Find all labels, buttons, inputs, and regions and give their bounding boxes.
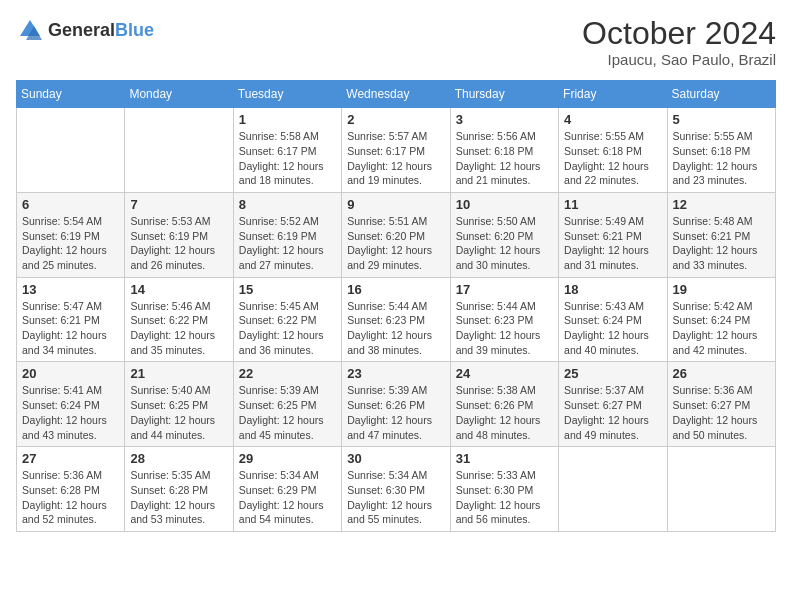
calendar-day-cell: 26Sunrise: 5:36 AM Sunset: 6:27 PM Dayli… [667, 362, 775, 447]
day-number: 27 [22, 451, 119, 466]
day-number: 8 [239, 197, 336, 212]
day-number: 16 [347, 282, 444, 297]
day-number: 22 [239, 366, 336, 381]
month-title: October 2024 [582, 16, 776, 51]
header: GeneralBlue October 2024 Ipaucu, Sao Pau… [16, 16, 776, 68]
calendar-day-cell: 11Sunrise: 5:49 AM Sunset: 6:21 PM Dayli… [559, 192, 667, 277]
day-number: 10 [456, 197, 553, 212]
calendar-week-row: 6Sunrise: 5:54 AM Sunset: 6:19 PM Daylig… [17, 192, 776, 277]
title-area: October 2024 Ipaucu, Sao Paulo, Brazil [582, 16, 776, 68]
day-number: 19 [673, 282, 770, 297]
calendar-day-cell: 6Sunrise: 5:54 AM Sunset: 6:19 PM Daylig… [17, 192, 125, 277]
day-number: 13 [22, 282, 119, 297]
day-info: Sunrise: 5:45 AM Sunset: 6:22 PM Dayligh… [239, 299, 336, 358]
day-info: Sunrise: 5:44 AM Sunset: 6:23 PM Dayligh… [456, 299, 553, 358]
day-info: Sunrise: 5:33 AM Sunset: 6:30 PM Dayligh… [456, 468, 553, 527]
day-number: 11 [564, 197, 661, 212]
day-info: Sunrise: 5:51 AM Sunset: 6:20 PM Dayligh… [347, 214, 444, 273]
calendar-day-cell: 28Sunrise: 5:35 AM Sunset: 6:28 PM Dayli… [125, 447, 233, 532]
day-info: Sunrise: 5:42 AM Sunset: 6:24 PM Dayligh… [673, 299, 770, 358]
calendar-day-cell: 9Sunrise: 5:51 AM Sunset: 6:20 PM Daylig… [342, 192, 450, 277]
calendar-day-cell: 17Sunrise: 5:44 AM Sunset: 6:23 PM Dayli… [450, 277, 558, 362]
calendar-day-cell: 27Sunrise: 5:36 AM Sunset: 6:28 PM Dayli… [17, 447, 125, 532]
day-info: Sunrise: 5:50 AM Sunset: 6:20 PM Dayligh… [456, 214, 553, 273]
day-info: Sunrise: 5:35 AM Sunset: 6:28 PM Dayligh… [130, 468, 227, 527]
calendar-day-cell: 1Sunrise: 5:58 AM Sunset: 6:17 PM Daylig… [233, 108, 341, 193]
day-info: Sunrise: 5:53 AM Sunset: 6:19 PM Dayligh… [130, 214, 227, 273]
day-number: 20 [22, 366, 119, 381]
calendar-day-cell: 4Sunrise: 5:55 AM Sunset: 6:18 PM Daylig… [559, 108, 667, 193]
day-info: Sunrise: 5:52 AM Sunset: 6:19 PM Dayligh… [239, 214, 336, 273]
calendar-body: 1Sunrise: 5:58 AM Sunset: 6:17 PM Daylig… [17, 108, 776, 532]
weekday-header-cell: Tuesday [233, 81, 341, 108]
calendar-day-cell: 2Sunrise: 5:57 AM Sunset: 6:17 PM Daylig… [342, 108, 450, 193]
day-info: Sunrise: 5:56 AM Sunset: 6:18 PM Dayligh… [456, 129, 553, 188]
day-info: Sunrise: 5:44 AM Sunset: 6:23 PM Dayligh… [347, 299, 444, 358]
day-number: 31 [456, 451, 553, 466]
day-number: 9 [347, 197, 444, 212]
day-number: 4 [564, 112, 661, 127]
day-info: Sunrise: 5:55 AM Sunset: 6:18 PM Dayligh… [673, 129, 770, 188]
calendar-day-cell: 16Sunrise: 5:44 AM Sunset: 6:23 PM Dayli… [342, 277, 450, 362]
calendar-week-row: 13Sunrise: 5:47 AM Sunset: 6:21 PM Dayli… [17, 277, 776, 362]
day-number: 29 [239, 451, 336, 466]
day-info: Sunrise: 5:46 AM Sunset: 6:22 PM Dayligh… [130, 299, 227, 358]
calendar-day-cell: 20Sunrise: 5:41 AM Sunset: 6:24 PM Dayli… [17, 362, 125, 447]
day-info: Sunrise: 5:49 AM Sunset: 6:21 PM Dayligh… [564, 214, 661, 273]
day-number: 3 [456, 112, 553, 127]
calendar-day-cell: 19Sunrise: 5:42 AM Sunset: 6:24 PM Dayli… [667, 277, 775, 362]
day-info: Sunrise: 5:57 AM Sunset: 6:17 PM Dayligh… [347, 129, 444, 188]
weekday-header-cell: Saturday [667, 81, 775, 108]
calendar-day-cell: 18Sunrise: 5:43 AM Sunset: 6:24 PM Dayli… [559, 277, 667, 362]
day-info: Sunrise: 5:58 AM Sunset: 6:17 PM Dayligh… [239, 129, 336, 188]
calendar: SundayMondayTuesdayWednesdayThursdayFrid… [16, 80, 776, 532]
calendar-day-cell [125, 108, 233, 193]
calendar-day-cell: 7Sunrise: 5:53 AM Sunset: 6:19 PM Daylig… [125, 192, 233, 277]
day-number: 15 [239, 282, 336, 297]
calendar-day-cell: 10Sunrise: 5:50 AM Sunset: 6:20 PM Dayli… [450, 192, 558, 277]
day-number: 24 [456, 366, 553, 381]
day-info: Sunrise: 5:38 AM Sunset: 6:26 PM Dayligh… [456, 383, 553, 442]
calendar-day-cell [17, 108, 125, 193]
day-info: Sunrise: 5:34 AM Sunset: 6:30 PM Dayligh… [347, 468, 444, 527]
day-info: Sunrise: 5:34 AM Sunset: 6:29 PM Dayligh… [239, 468, 336, 527]
day-number: 18 [564, 282, 661, 297]
day-number: 23 [347, 366, 444, 381]
day-info: Sunrise: 5:39 AM Sunset: 6:25 PM Dayligh… [239, 383, 336, 442]
calendar-day-cell: 13Sunrise: 5:47 AM Sunset: 6:21 PM Dayli… [17, 277, 125, 362]
calendar-day-cell: 14Sunrise: 5:46 AM Sunset: 6:22 PM Dayli… [125, 277, 233, 362]
calendar-week-row: 27Sunrise: 5:36 AM Sunset: 6:28 PM Dayli… [17, 447, 776, 532]
day-number: 6 [22, 197, 119, 212]
day-number: 1 [239, 112, 336, 127]
day-number: 30 [347, 451, 444, 466]
calendar-day-cell [667, 447, 775, 532]
weekday-header-cell: Friday [559, 81, 667, 108]
day-number: 21 [130, 366, 227, 381]
calendar-day-cell: 3Sunrise: 5:56 AM Sunset: 6:18 PM Daylig… [450, 108, 558, 193]
day-number: 17 [456, 282, 553, 297]
calendar-day-cell: 8Sunrise: 5:52 AM Sunset: 6:19 PM Daylig… [233, 192, 341, 277]
day-info: Sunrise: 5:55 AM Sunset: 6:18 PM Dayligh… [564, 129, 661, 188]
logo-text-general: General [48, 20, 115, 40]
day-info: Sunrise: 5:40 AM Sunset: 6:25 PM Dayligh… [130, 383, 227, 442]
weekday-header-cell: Wednesday [342, 81, 450, 108]
calendar-day-cell: 30Sunrise: 5:34 AM Sunset: 6:30 PM Dayli… [342, 447, 450, 532]
day-number: 14 [130, 282, 227, 297]
day-info: Sunrise: 5:43 AM Sunset: 6:24 PM Dayligh… [564, 299, 661, 358]
day-number: 5 [673, 112, 770, 127]
day-number: 2 [347, 112, 444, 127]
logo-icon [16, 16, 44, 44]
weekday-header-cell: Thursday [450, 81, 558, 108]
day-number: 7 [130, 197, 227, 212]
day-info: Sunrise: 5:54 AM Sunset: 6:19 PM Dayligh… [22, 214, 119, 273]
calendar-day-cell [559, 447, 667, 532]
day-info: Sunrise: 5:36 AM Sunset: 6:28 PM Dayligh… [22, 468, 119, 527]
day-info: Sunrise: 5:37 AM Sunset: 6:27 PM Dayligh… [564, 383, 661, 442]
weekday-header-row: SundayMondayTuesdayWednesdayThursdayFrid… [17, 81, 776, 108]
weekday-header-cell: Monday [125, 81, 233, 108]
logo-text-blue: Blue [115, 20, 154, 40]
day-info: Sunrise: 5:48 AM Sunset: 6:21 PM Dayligh… [673, 214, 770, 273]
calendar-day-cell: 21Sunrise: 5:40 AM Sunset: 6:25 PM Dayli… [125, 362, 233, 447]
calendar-day-cell: 25Sunrise: 5:37 AM Sunset: 6:27 PM Dayli… [559, 362, 667, 447]
day-info: Sunrise: 5:47 AM Sunset: 6:21 PM Dayligh… [22, 299, 119, 358]
